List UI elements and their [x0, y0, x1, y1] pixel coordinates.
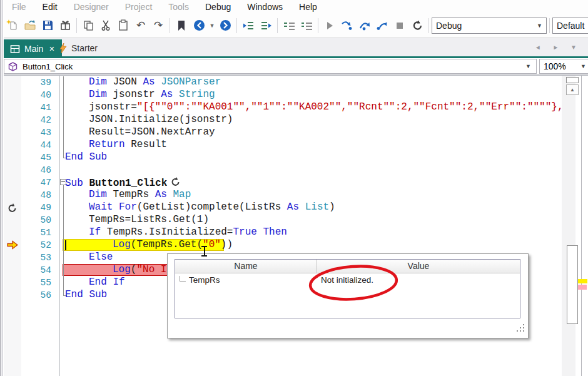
line-number: 55 [20, 277, 51, 289]
caret [65, 240, 66, 250]
code-text: TempRs=ListRs.Get(1) [65, 214, 209, 226]
menu-help[interactable]: Help [291, 1, 325, 14]
new-file-icon[interactable] [4, 17, 21, 34]
code-line-45[interactable]: 45End Sub [4, 151, 561, 164]
copy-icon[interactable] [79, 17, 97, 34]
fold-margin [60, 164, 68, 176]
tab-strip: Main✕Starter ◄ ► ▼ [4, 38, 588, 58]
step-over-icon[interactable] [356, 17, 373, 34]
tab-scroll-arrows[interactable]: ◄ ► ▼ [535, 44, 582, 51]
bookmark-icon[interactable] [173, 17, 190, 34]
code-text: Wait For(GetList)complete(ListRs As List… [65, 201, 335, 213]
editor-right-border [581, 76, 582, 376]
run-icon[interactable] [321, 17, 338, 34]
line-number: 45 [20, 151, 51, 164]
cut-icon[interactable] [97, 17, 114, 34]
menu-project: Project [117, 1, 161, 14]
stop-icon[interactable] [391, 17, 408, 34]
chevron-down-icon[interactable]: ▼ [525, 63, 531, 69]
code-line-42[interactable]: 42JSON.Initialize(jsonstr) [4, 114, 561, 126]
lightning-icon [59, 43, 67, 53]
save-icon[interactable] [39, 17, 56, 34]
debug-mode-combo[interactable]: Debug▼ [432, 18, 547, 34]
code-line-48[interactable]: 48Dim TempRs As Map [4, 189, 561, 201]
zoom-combo[interactable]: 100% ▼ [539, 59, 588, 74]
breakpoint-icon[interactable] [7, 265, 18, 275]
indent-decrease-icon[interactable] [240, 17, 257, 34]
undo-icon[interactable]: ↶ [132, 17, 150, 34]
code-text: End Sub [65, 151, 107, 163]
package-icon[interactable] [56, 17, 74, 34]
line-number: 42 [20, 114, 51, 126]
menu-bar: FileEditDesignerProjectToolsDebugWindows… [4, 0, 588, 14]
sub-cube-icon [8, 62, 18, 71]
splitter-handle[interactable] [566, 77, 579, 83]
code-line-51[interactable]: 51If TempRs.IsInitialized=True Then [4, 226, 561, 239]
chevron-down-icon[interactable]: ▼ [532, 23, 542, 29]
resize-grip[interactable] [517, 330, 518, 332]
menu-debug[interactable]: Debug [197, 1, 239, 14]
debug-mode-combo-value: Debug [436, 21, 462, 31]
sub-selector-combo[interactable]: Button1_Click ▼ [4, 59, 537, 74]
code-text: Else [65, 252, 113, 263]
code-line-49[interactable]: 49Wait For(GetList)complete(ListRs As Li… [4, 201, 561, 214]
line-number: 39 [20, 76, 51, 89]
line-number: 40 [20, 89, 51, 101]
code-line-39[interactable]: 39Dim JSON As JSONParser [4, 76, 561, 89]
back-dropdown-icon[interactable]: ▼ [208, 17, 216, 34]
code-line-46[interactable]: 46 [4, 164, 561, 176]
menu-windows[interactable]: Windows [239, 1, 291, 14]
menu-edit[interactable]: Edit [34, 1, 66, 14]
code-text: Return Result [65, 139, 167, 151]
ide-window: FileEditDesignerProjectToolsDebugWindows… [0, 0, 588, 376]
indent-increase-icon[interactable] [257, 17, 275, 34]
code-line-44[interactable]: 44Return Result [4, 139, 561, 151]
designer-grid-icon [10, 44, 20, 54]
toolbar-separator [549, 18, 550, 33]
resumable-sub-icon [7, 203, 18, 213]
sub-selector-value: Button1_Click [23, 62, 73, 71]
tree-elbow-icon [180, 276, 186, 282]
step-into-icon[interactable] [338, 17, 356, 34]
scrollbar-thumb[interactable] [567, 245, 578, 324]
line-number: 41 [20, 101, 51, 114]
watch-variable-name: TempRs [189, 275, 220, 285]
column-header-name[interactable]: Name [175, 260, 317, 273]
code-line-50[interactable]: 50TempRs=ListRs.Get(1) [4, 214, 561, 226]
tab-label: Starter [71, 43, 98, 53]
code-line-47[interactable]: 47Sub Button1_Click [4, 176, 561, 189]
toolbar-separator [170, 18, 170, 33]
comment-icon[interactable] [280, 17, 298, 34]
code-nav-bar: Button1_Click ▼ 100% ▼ [4, 58, 588, 76]
toolbar-separator [277, 18, 278, 33]
scroll-mark-current-line[interactable] [578, 279, 587, 283]
vertical-scrollbar[interactable]: ▲ [562, 76, 575, 376]
scroll-up-button[interactable]: ▲ [566, 84, 579, 95]
menu-designer: Designer [66, 1, 117, 14]
toolbar-separator [318, 18, 318, 33]
code-text: Dim JSON As JSONParser [65, 76, 221, 88]
paste-icon[interactable] [114, 17, 132, 34]
code-text: End If [65, 277, 125, 288]
open-folder-icon[interactable] [21, 17, 39, 34]
line-number: 56 [20, 289, 51, 302]
step-out-icon[interactable] [373, 17, 391, 34]
tab-starter[interactable]: Starter [53, 39, 109, 56]
toolbar-separator [236, 18, 237, 33]
code-line-40[interactable]: 40Dim jsonstr As String [4, 89, 561, 101]
line-number: 43 [20, 126, 51, 139]
restart-icon[interactable] [408, 17, 426, 34]
line-number: 51 [20, 226, 51, 239]
scroll-mark-breakpoint[interactable] [578, 285, 587, 290]
chevron-down-icon[interactable]: ▼ [580, 63, 586, 69]
build-config-combo[interactable]: Default▼ [552, 18, 588, 34]
code-line-52[interactable]: 52Log(TempRs.Get("0")) [4, 239, 561, 252]
uncomment-icon[interactable] [298, 17, 315, 34]
code-line-41[interactable]: 41jsonstr="[{""0"":""KA001"",""1"":""KA0… [4, 101, 561, 114]
chevron-down-icon[interactable]: ▼ [584, 23, 588, 29]
nav-forward-icon[interactable] [216, 17, 234, 34]
code-text: jsonstr="[{""0"":""KA001"",""1"":""KA002… [65, 101, 561, 113]
redo-icon[interactable]: ↷ [150, 17, 167, 34]
nav-back-icon[interactable] [190, 17, 208, 34]
code-line-43[interactable]: 43Result=JSON.NextArray [4, 126, 561, 139]
